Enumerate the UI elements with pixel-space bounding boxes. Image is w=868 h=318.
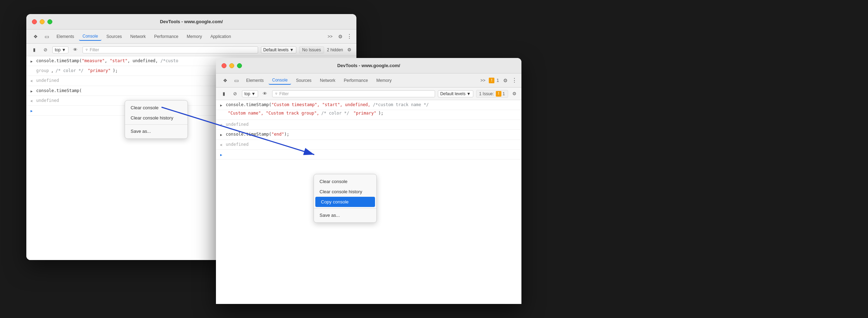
filter-icon-front: ▿ — [275, 91, 277, 96]
settings-icon-front[interactable]: ⚙ — [500, 76, 510, 85]
tab-elements-front[interactable]: Elements — [243, 77, 267, 84]
tab-performance-front[interactable]: Performance — [340, 77, 371, 84]
tab-application-back[interactable]: Application — [207, 33, 235, 40]
window-front: DevTools - www.google.com/ ❖ ▭ Elements … — [216, 58, 521, 304]
tab-elements-back[interactable]: Elements — [53, 33, 78, 40]
clear-console-history-front[interactable]: Clear console history — [314, 187, 376, 197]
titlebar-front: DevTools - www.google.com/ — [216, 58, 521, 73]
clear-console-front[interactable]: Clear console — [314, 176, 376, 187]
arrow-2-front: < — [220, 122, 224, 128]
clear-console-history-back[interactable]: Clear console history — [125, 113, 188, 123]
top-dropdown-back: ▼ — [62, 47, 66, 52]
clear-console-back[interactable]: Clear console — [125, 103, 188, 113]
tabs-toolbar-back: ❖ ▭ Elements Console Sources Network Per… — [26, 30, 356, 44]
tab-console-back[interactable]: Console — [79, 32, 101, 41]
tab-memory-back[interactable]: Memory — [183, 33, 205, 40]
close-button-back[interactable] — [32, 19, 37, 24]
window-title-front: DevTools - www.google.com/ — [222, 63, 516, 68]
window-front-content: ❖ ▭ Elements Console Sources Network Per… — [216, 73, 521, 304]
expand-5-front[interactable]: ▶ — [220, 152, 224, 158]
undefined-4-back: undefined — [36, 97, 59, 104]
top-label-back: top — [55, 47, 61, 52]
minimize-button-front[interactable] — [229, 63, 234, 68]
console-line-3-front: ▶ console.timeStamp("end"); — [216, 130, 521, 139]
code-line-3-back: console.timeStamp( — [36, 87, 82, 94]
arrow-4-back: < — [31, 98, 34, 104]
save-as-front[interactable]: Save as... — [314, 210, 376, 220]
more-tabs-front[interactable]: >> — [479, 77, 487, 84]
devtools-icon-front[interactable]: ❖ — [220, 76, 230, 85]
top-dropdown-front: ▼ — [251, 91, 256, 96]
levels-label-front: Default levels — [440, 91, 466, 96]
filter-placeholder-front: Filter — [280, 91, 289, 96]
levels-selector-front[interactable]: Default levels ▼ — [438, 90, 473, 97]
menu-dots-front[interactable]: ⋮ — [512, 77, 517, 84]
console-line-4-front: < undefined — [216, 140, 521, 150]
window-title-back: DevTools - www.google.com/ — [32, 19, 351, 24]
code-line-1-front: console.timeStamp("Custom timestamp", "s… — [226, 102, 429, 108]
arrow-2-back: < — [31, 78, 34, 84]
hidden-label-back: 2 hidden — [327, 47, 343, 52]
expand-3-front[interactable]: ▶ — [220, 132, 224, 138]
settings-icon-back[interactable]: ⚙ — [335, 32, 345, 41]
tab-network-back[interactable]: Network — [127, 33, 149, 40]
issues-label-back: No Issues — [299, 46, 324, 53]
console-settings-front[interactable]: ⚙ — [511, 90, 518, 97]
menu-dots-back[interactable]: ⋮ — [347, 33, 352, 40]
context-menu-back: Clear console Clear console history Save… — [125, 100, 188, 139]
titlebar-back: DevTools - www.google.com/ — [26, 14, 356, 30]
top-selector-front[interactable]: top ▼ — [242, 90, 258, 97]
tab-performance-back[interactable]: Performance — [151, 33, 182, 40]
expand-3-back[interactable]: ▶ — [31, 89, 34, 94]
console-line-1-front: ▶ console.timeStamp("Custom timestamp", … — [216, 100, 521, 110]
inspect-icon-front[interactable]: ▭ — [231, 76, 241, 85]
filter-input-front[interactable]: ▿ Filter — [272, 90, 435, 97]
tab-memory-front[interactable]: Memory — [373, 77, 395, 84]
filter-icon-back: ▿ — [86, 47, 88, 52]
devtools-icon-back[interactable]: ❖ — [31, 32, 40, 41]
expand-5-back[interactable]: ▶ — [31, 108, 34, 114]
console-settings-back[interactable]: ⚙ — [346, 46, 353, 53]
expand-1-back[interactable]: ▶ — [31, 59, 34, 64]
eye-icon-back[interactable]: 👁 — [71, 46, 80, 54]
badge-count-front: 1 — [497, 78, 499, 83]
expand-1-front[interactable]: ▶ — [220, 103, 224, 108]
tab-network-front[interactable]: Network — [316, 77, 339, 84]
more-tabs-back[interactable]: >> — [326, 33, 334, 40]
divider-front — [314, 208, 376, 209]
code-line-1-back: console.timeStamp("measure", "start", un… — [36, 58, 178, 64]
levels-dropdown-front: ▼ — [467, 91, 471, 96]
sidebar-icon-front[interactable]: ▮ — [219, 90, 228, 98]
tab-sources-back[interactable]: Sources — [103, 33, 125, 40]
top-selector-back[interactable]: top ▼ — [52, 46, 68, 53]
minimize-button-back[interactable] — [40, 19, 45, 24]
sidebar-icon-back[interactable]: ▮ — [30, 46, 38, 54]
traffic-lights-front — [222, 63, 242, 68]
tab-sources-front[interactable]: Sources — [292, 77, 315, 84]
levels-label-back: Default levels — [263, 47, 289, 52]
console-toolbar-back: ▮ ⊘ top ▼ 👁 ▿ Filter Default levels ▼ No… — [26, 44, 356, 56]
console-toolbar-front: ▮ ⊘ top ▼ 👁 ▿ Filter Default levels ▼ 1 … — [216, 87, 521, 100]
console-line-5-front: ▶ — [216, 150, 521, 160]
tabs-toolbar-front: ❖ ▭ Elements Console Sources Network Per… — [216, 73, 521, 87]
maximize-button-front[interactable] — [237, 63, 242, 68]
clear-icon-front[interactable]: ⊘ — [231, 90, 239, 98]
copy-console-front[interactable]: Copy console — [315, 197, 375, 207]
filter-input-back[interactable]: ▿ Filter — [83, 46, 258, 53]
eye-icon-front[interactable]: 👁 — [261, 90, 269, 98]
clear-icon-back[interactable]: ⊘ — [41, 46, 50, 54]
inspect-icon-back[interactable]: ▭ — [42, 32, 52, 41]
issues-icon-front: ! — [496, 91, 501, 97]
undefined-2-front: undefined — [226, 121, 249, 128]
save-as-back[interactable]: Save as... — [125, 126, 188, 136]
tab-console-front[interactable]: Console — [269, 76, 291, 85]
levels-selector-back[interactable]: Default levels ▼ — [261, 46, 296, 53]
top-label-front: top — [244, 91, 250, 96]
filter-placeholder-back: Filter — [90, 47, 99, 52]
undefined-4-front: undefined — [226, 141, 249, 148]
maximize-button-back[interactable] — [47, 19, 52, 24]
console-line-1b-front: "Custom name", "Custom track group", /* … — [216, 110, 521, 120]
close-button-front[interactable] — [222, 63, 226, 68]
code-line-3-front: console.timeStamp("end"); — [226, 131, 289, 138]
arrow-4-front: < — [220, 142, 224, 148]
